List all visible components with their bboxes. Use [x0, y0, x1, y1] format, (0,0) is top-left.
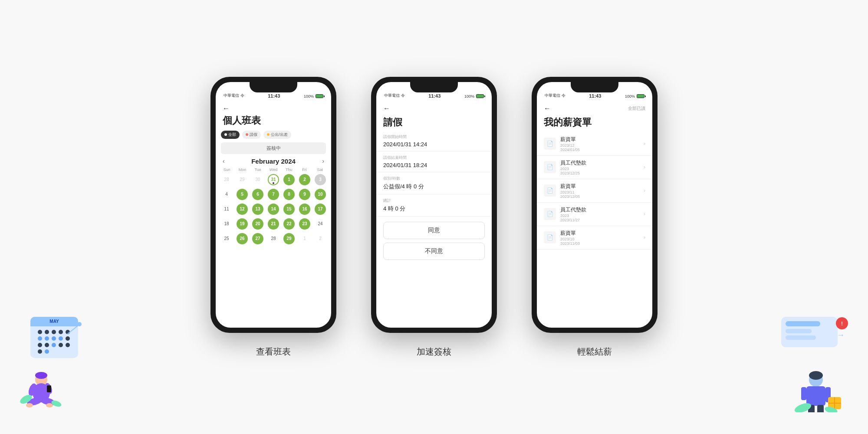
reject-button[interactable]: 不同意 — [383, 243, 485, 260]
chevron-icon-2: › — [644, 187, 645, 194]
back-btn-2[interactable]: ← — [383, 105, 390, 112]
schedule-title-container: 個人班表 — [216, 114, 331, 129]
time-1: 11:43 — [268, 93, 280, 99]
battery-text-3: 100% — [625, 94, 635, 99]
leave-start-label: 請假開始時間 — [383, 134, 485, 140]
time-2: 11:43 — [428, 93, 441, 99]
leave-end-value: 2024/01/31 18:24 — [383, 162, 485, 168]
cal-day[interactable]: 1 — [297, 232, 312, 246]
svg-point-13 — [66, 336, 70, 341]
prev-month-btn[interactable]: ‹ — [223, 158, 225, 164]
cal-day-20[interactable]: 20 — [252, 218, 263, 230]
cal-day[interactable]: 24 — [313, 217, 328, 231]
filter-outing[interactable]: 公出/出差 — [263, 131, 291, 139]
back-btn-3[interactable]: ← — [544, 105, 551, 112]
leave-type-label: 假別/時數 — [383, 176, 485, 181]
svg-point-4 — [38, 330, 42, 334]
cal-day[interactable]: 25 — [219, 232, 234, 246]
payroll-name-1: 員工代墊款 — [560, 159, 639, 167]
cal-day-5[interactable]: 5 — [237, 189, 248, 200]
payroll-item-4[interactable]: 📄 薪資單 2023/10 2023/11/03 › — [537, 226, 652, 250]
payroll-item-1[interactable]: 📄 員工代墊款 2023 2023/12/25 › — [537, 156, 652, 179]
svg-point-28 — [26, 403, 33, 408]
dot-leave — [246, 133, 248, 136]
cal-day[interactable]: 30 — [250, 173, 265, 187]
payroll-item-0[interactable]: 📄 薪資單 2023/12 2024/01/05 › — [537, 132, 652, 156]
filter-all[interactable]: 全部 — [221, 131, 240, 139]
chevron-icon-4: › — [644, 234, 645, 240]
cal-day[interactable]: 18 — [219, 217, 234, 231]
payroll-date1-1: 2023 — [560, 167, 639, 171]
phone-payroll-wrapper: 中華電信 令 11:43 100% ← 全部已讀 我的薪資單 — [532, 77, 658, 358]
cal-day-1[interactable]: 1 — [283, 174, 295, 185]
phone-notch-3 — [571, 82, 618, 92]
svg-rect-37 — [786, 329, 812, 333]
filter-leave[interactable]: 請假 — [242, 131, 261, 139]
phone-notch-1 — [250, 82, 297, 92]
back-btn-1[interactable]: ← — [223, 105, 230, 112]
cal-day[interactable]: 4 — [219, 187, 234, 201]
cal-day-23[interactable]: 23 — [299, 218, 310, 230]
phone-leave-screen: 中華電信 令 11:43 100% ← 請假 請假開始時間 2024/ — [376, 82, 492, 328]
payroll-date2-2: 2023/12/05 — [560, 194, 639, 199]
leave-field-start: 請假開始時間 2024/01/31 14:24 — [376, 131, 492, 151]
cal-day[interactable]: 11 — [219, 202, 234, 216]
payroll-title: 我的薪資單 — [537, 114, 652, 132]
cal-day-3[interactable]: 3 — [315, 174, 326, 185]
payroll-name-4: 薪資單 — [560, 230, 639, 237]
phone-leave-frame: 中華電信 令 11:43 100% ← 請假 請假開始時間 2024/ — [371, 77, 497, 333]
cal-day-8[interactable]: 8 — [283, 189, 295, 200]
cal-day-15[interactable]: 15 — [283, 204, 295, 215]
phone-notch-2 — [410, 82, 458, 92]
cal-day-6[interactable]: 6 — [252, 189, 263, 200]
cal-day-10[interactable]: 10 — [315, 189, 326, 200]
svg-point-10 — [45, 336, 49, 341]
cal-day-17[interactable]: 17 — [315, 204, 326, 215]
phone-leave-wrapper: 中華電信 令 11:43 100% ← 請假 請假開始時間 2024/ — [371, 77, 497, 358]
cal-day-27[interactable]: 27 — [252, 233, 263, 244]
payroll-item-3[interactable]: 📄 員工代墊款 2023 2023/11/27 › — [537, 203, 652, 226]
cal-day-9[interactable]: 9 — [299, 189, 310, 200]
svg-point-16 — [52, 343, 56, 347]
payroll-date2-4: 2023/11/03 — [560, 241, 639, 246]
cal-day[interactable]: 28 — [266, 232, 281, 246]
cal-day-13[interactable]: 13 — [252, 204, 263, 215]
cal-day-22[interactable]: 22 — [283, 218, 295, 230]
svg-rect-32 — [47, 385, 51, 392]
schedule-title: 個人班表 — [223, 115, 261, 126]
cal-day-2[interactable]: 2 — [299, 174, 310, 185]
cal-day-26[interactable]: 26 — [237, 233, 248, 244]
chevron-icon-0: › — [644, 141, 645, 147]
phone-payroll-frame: 中華電信 令 11:43 100% ← 全部已讀 我的薪資單 — [532, 77, 658, 333]
battery-3: 100% — [625, 94, 644, 99]
leave-header: ← — [376, 101, 492, 114]
svg-point-22 — [77, 322, 82, 326]
phone-schedule-wrapper: 中華電信 令 11:43 100% ← 個人班表 — [210, 77, 336, 358]
battery-2: 100% — [464, 94, 484, 99]
payroll-item-2[interactable]: 📄 薪資單 2023/11 2023/12/05 › — [537, 179, 652, 203]
cal-day-29[interactable]: 29 — [283, 233, 295, 244]
cal-day[interactable]: 29 — [235, 173, 250, 187]
svg-point-20 — [45, 349, 49, 354]
svg-text:→: → — [837, 331, 845, 339]
svg-point-6 — [52, 330, 56, 334]
cal-day-14[interactable]: 14 — [268, 204, 279, 215]
cal-day-31[interactable]: 31 — [268, 174, 279, 185]
payroll-name-0: 薪資單 — [560, 136, 639, 143]
svg-rect-36 — [786, 321, 820, 326]
payroll-date1-2: 2023/11 — [560, 190, 639, 194]
cal-day-19[interactable]: 19 — [237, 218, 248, 230]
carrier-2: 中華電信 令 — [384, 93, 405, 99]
leave-title: 請假 — [376, 114, 492, 131]
battery-text-1: 100% — [304, 94, 314, 99]
cal-day[interactable]: 28 — [219, 173, 234, 187]
battery-icon-3 — [637, 94, 644, 98]
cal-day-12[interactable]: 12 — [237, 204, 248, 215]
cal-day-21[interactable]: 21 — [268, 218, 279, 230]
battery-text-2: 100% — [464, 94, 474, 99]
approve-button[interactable]: 同意 — [383, 222, 485, 239]
next-month-btn[interactable]: › — [322, 158, 324, 164]
cal-day-16[interactable]: 16 — [299, 204, 310, 215]
cal-day-7[interactable]: 7 — [268, 189, 279, 200]
cal-day[interactable]: 2 — [313, 232, 328, 246]
